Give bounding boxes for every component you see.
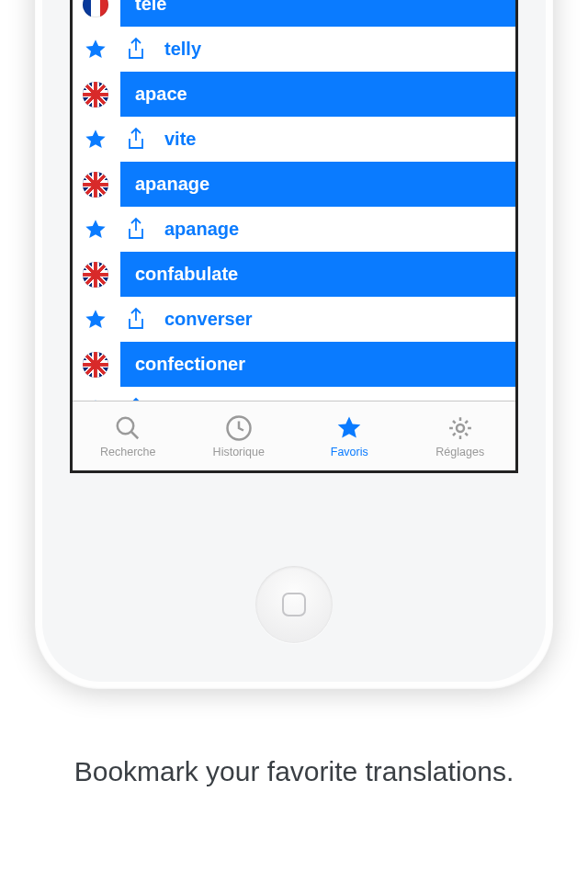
clock-icon — [225, 414, 253, 442]
marketing-caption: Bookmark your favorite translations. — [0, 753, 588, 791]
flag-uk-icon — [83, 262, 108, 288]
header-word: confabulate — [120, 252, 515, 297]
translation-text: vite — [164, 129, 196, 150]
tab-bar: Recherche Historique Favoris Réglages — [73, 401, 515, 470]
share-icon[interactable] — [120, 214, 152, 245]
share-icon[interactable] — [120, 34, 152, 65]
share-icon[interactable] — [120, 124, 152, 155]
header-word: apace — [120, 72, 515, 117]
phone-inner: télé telly apace vite — [42, 0, 546, 682]
favorites-list[interactable]: télé telly apace vite — [73, 0, 515, 401]
flag-uk-icon — [83, 352, 108, 378]
list-header-row[interactable]: apace — [73, 72, 515, 117]
header-word: confectioner — [120, 342, 515, 387]
list-translation-row[interactable]: pâtissier — [73, 387, 515, 401]
list-header-row[interactable]: télé — [73, 0, 515, 27]
header-word: apanage — [120, 162, 515, 207]
phone-frame: télé telly apace vite — [35, 0, 553, 689]
flag-uk-icon — [83, 172, 108, 198]
tab-search[interactable]: Recherche — [73, 401, 184, 470]
translation-text: converser — [164, 309, 253, 330]
tab-label: Historique — [213, 446, 265, 458]
list-header-row[interactable]: apanage — [73, 162, 515, 207]
star-icon[interactable] — [82, 126, 109, 153]
svg-point-2 — [457, 424, 464, 432]
svg-point-0 — [118, 417, 134, 434]
gear-icon — [447, 414, 474, 442]
list-translation-row[interactable]: converser — [73, 297, 515, 342]
translation-text: telly — [164, 39, 201, 60]
flag-fr-icon — [83, 0, 108, 17]
tab-label: Recherche — [100, 446, 155, 458]
search-icon — [114, 414, 141, 442]
tab-favorites[interactable]: Favoris — [294, 401, 405, 470]
list-translation-row[interactable]: vite — [73, 117, 515, 162]
list-translation-row[interactable]: telly — [73, 27, 515, 72]
tab-settings[interactable]: Réglages — [405, 401, 516, 470]
star-icon[interactable] — [82, 306, 109, 334]
app-screen: télé telly apace vite — [70, 0, 518, 473]
translation-text: apanage — [164, 219, 239, 240]
share-icon[interactable] — [120, 304, 152, 335]
list-header-row[interactable]: confabulate — [73, 252, 515, 297]
list-header-row[interactable]: confectioner — [73, 342, 515, 387]
home-button-square-icon — [282, 593, 306, 616]
list-translation-row[interactable]: apanage — [73, 207, 515, 252]
home-button[interactable] — [255, 566, 333, 643]
tab-history[interactable]: Historique — [184, 401, 295, 470]
share-icon[interactable] — [120, 394, 152, 401]
star-icon — [335, 414, 363, 442]
flag-uk-icon — [83, 82, 108, 107]
tab-label: Réglages — [435, 446, 484, 458]
tab-label: Favoris — [331, 446, 368, 458]
header-word: télé — [120, 0, 515, 27]
star-icon[interactable] — [82, 216, 109, 243]
star-icon[interactable] — [82, 36, 109, 63]
